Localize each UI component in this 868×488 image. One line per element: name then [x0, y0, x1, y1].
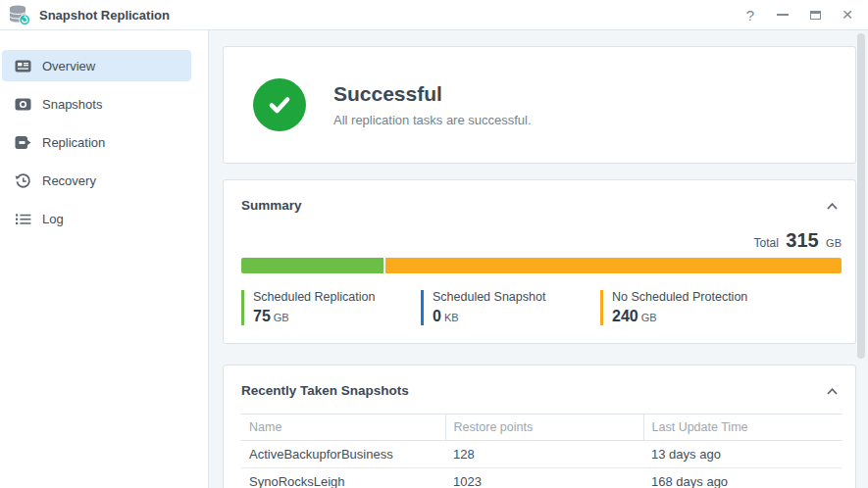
snapshots-icon	[15, 96, 31, 113]
legend-item: Scheduled Replication 75GB	[241, 290, 421, 325]
chevron-up-icon	[827, 203, 838, 210]
sidebar-item-snapshots[interactable]: Snapshots	[2, 88, 191, 120]
column-header-name[interactable]: Name	[241, 415, 445, 441]
vertical-scrollbar[interactable]	[857, 33, 866, 464]
usage-legend: Scheduled Replication 75GB Scheduled Sna…	[241, 290, 842, 325]
sidebar-item-replication[interactable]: Replication	[2, 126, 191, 158]
app-title: Snapshot Replication	[39, 8, 170, 23]
sidebar-item-overview[interactable]: Overview	[2, 50, 191, 81]
snapshot-last-update: 168 days ago	[643, 468, 842, 488]
status-message: All replication tasks are successful.	[333, 113, 532, 127]
title-bar: Snapshot Replication ? ×	[0, 0, 868, 30]
sidebar-item-label: Recovery	[42, 173, 96, 188]
usage-bar-segment	[385, 258, 842, 273]
usage-bar	[241, 258, 842, 273]
status-card: Successful All replication tasks are suc…	[223, 46, 856, 164]
overview-icon	[15, 58, 31, 74]
minimize-icon	[777, 14, 789, 16]
snapshot-name: SynoRocksLeigh	[241, 468, 445, 488]
legend-item: Scheduled Snapshot 0KB	[421, 290, 600, 325]
status-title: Successful	[333, 82, 532, 106]
sidebar-item-label: Snapshots	[42, 97, 102, 112]
recent-snapshots-card: Recently Taken Snapshots Name Restore po…	[223, 365, 856, 488]
column-header-restore-points[interactable]: Restore points	[445, 415, 643, 441]
snapshot-last-update: 13 days ago	[643, 441, 842, 468]
snapshot-replication-app-icon	[8, 3, 31, 26]
recent-snapshots-title: Recently Taken Snapshots	[241, 383, 409, 398]
sidebar-item-label: Overview	[42, 59, 95, 73]
summary-collapse-button[interactable]	[823, 194, 842, 216]
summary-card: Summary Total 315 GB Scheduled Replicati…	[223, 179, 856, 344]
help-button[interactable]: ?	[743, 6, 757, 24]
table-row[interactable]: SynoRocksLeigh 1023 168 days ago	[241, 468, 842, 488]
sidebar-item-label: Log	[42, 212, 64, 226]
recent-snapshots-collapse-button[interactable]	[823, 379, 842, 401]
maximize-icon	[810, 11, 821, 20]
replication-icon	[15, 134, 31, 151]
sidebar-item-log[interactable]: Log	[2, 203, 191, 234]
sidebar: Overview Snapshots Replication	[0, 30, 209, 488]
log-icon	[15, 211, 31, 227]
minimize-button[interactable]	[776, 6, 790, 24]
chevron-up-icon	[827, 388, 838, 395]
success-check-icon	[253, 78, 306, 131]
summary-title: Summary	[241, 198, 302, 213]
maximize-button[interactable]	[808, 6, 822, 24]
sidebar-item-label: Replication	[42, 135, 105, 150]
snapshots-table: Name Restore points Last Update Time Act…	[241, 414, 842, 488]
content-area: Successful All replication tasks are suc…	[209, 30, 868, 488]
legend-item: No Scheduled Protection 240GB	[600, 290, 780, 325]
snapshot-name: ActiveBackupforBusiness	[241, 441, 445, 468]
total-protected-size: Total 315 GB	[241, 229, 842, 252]
snapshot-restore-points: 1023	[445, 468, 643, 488]
close-button[interactable]: ×	[841, 6, 854, 24]
snapshot-restore-points: 128	[445, 441, 643, 468]
scrollbar-thumb[interactable]	[857, 33, 865, 359]
recovery-icon	[15, 172, 31, 189]
usage-bar-segment	[241, 258, 383, 273]
sidebar-item-recovery[interactable]: Recovery	[2, 165, 191, 196]
table-row[interactable]: ActiveBackupforBusiness 128 13 days ago	[241, 441, 842, 468]
column-header-last-update-time[interactable]: Last Update Time	[643, 415, 842, 441]
